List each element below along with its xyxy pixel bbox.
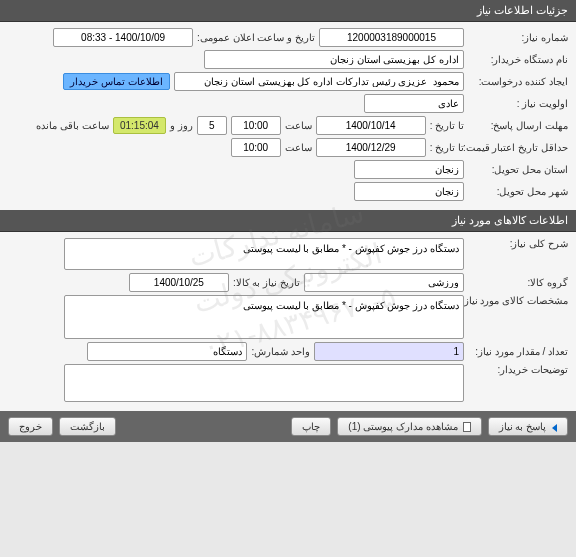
requester-label: ایجاد کننده درخواست:	[468, 76, 568, 87]
time-label-2: ساعت	[285, 142, 312, 153]
document-icon	[463, 422, 471, 432]
buyer-notes-label: توضیحات خریدار:	[468, 364, 568, 375]
priority-label: اولویت نیاز :	[468, 98, 568, 109]
validity-time-field[interactable]	[231, 138, 281, 157]
section-header-need-info: جزئیات اطلاعات نیاز	[0, 0, 576, 22]
arrow-left-icon	[552, 424, 557, 432]
section-header-goods-info: اطلاعات کالاهای مورد نیاز	[0, 210, 576, 232]
respond-button-label: پاسخ به نیاز	[499, 421, 547, 432]
print-button[interactable]: چاپ	[291, 417, 331, 436]
requester-field[interactable]	[174, 72, 464, 91]
group-field[interactable]	[304, 273, 464, 292]
desc-label: شرح کلی نیاز:	[468, 238, 568, 249]
respond-button[interactable]: پاسخ به نیاز	[488, 417, 568, 436]
time-label-1: ساعت	[285, 120, 312, 131]
button-bar: پاسخ به نیاز مشاهده مدارک پیوستی (1) چاپ…	[0, 411, 576, 442]
buyer-label: نام دستگاه خریدار:	[468, 54, 568, 65]
announce-date-field[interactable]	[53, 28, 193, 47]
to-date-label-2: تا تاریخ :	[430, 142, 464, 153]
qty-field[interactable]	[314, 342, 464, 361]
goods-info-form: شرح کلی نیاز: گروه کالا: تاریخ نیاز به ک…	[0, 232, 576, 411]
province-field[interactable]	[354, 160, 464, 179]
remaining-time-badge: 01:15:04	[113, 117, 166, 134]
qty-label: تعداد / مقدار مورد نیاز:	[468, 346, 568, 357]
announce-date-label: تاریخ و ساعت اعلان عمومی:	[197, 32, 315, 43]
need-number-field[interactable]	[319, 28, 464, 47]
remaining-label: ساعت باقی مانده	[36, 120, 109, 131]
buyer-contact-badge[interactable]: اطلاعات تماس خریدار	[63, 73, 170, 90]
back-button[interactable]: بازگشت	[59, 417, 116, 436]
days-field[interactable]	[197, 116, 227, 135]
days-and-label: روز و	[170, 120, 193, 131]
need-date-label: تاریخ نیاز به کالا:	[233, 277, 300, 288]
exit-button[interactable]: خروج	[8, 417, 53, 436]
buyer-notes-field[interactable]	[64, 364, 464, 402]
group-label: گروه کالا:	[468, 277, 568, 288]
need-date-field[interactable]	[129, 273, 229, 292]
need-info-form: شماره نیاز: تاریخ و ساعت اعلان عمومی: نا…	[0, 22, 576, 210]
unit-label: واحد شمارش:	[251, 346, 310, 357]
buyer-field[interactable]	[204, 50, 464, 69]
deadline-label: مهلت ارسال پاسخ:	[468, 120, 568, 131]
unit-field[interactable]	[87, 342, 247, 361]
need-number-label: شماره نیاز:	[468, 32, 568, 43]
desc-field[interactable]	[64, 238, 464, 270]
attachments-button[interactable]: مشاهده مدارک پیوستی (1)	[337, 417, 481, 436]
validity-label: حداقل تاریخ اعتبار قیمت:	[468, 142, 568, 153]
province-label: استان محل تحویل:	[468, 164, 568, 175]
deadline-date-field[interactable]	[316, 116, 426, 135]
city-field[interactable]	[354, 182, 464, 201]
to-date-label-1: تا تاریخ :	[430, 120, 464, 131]
validity-date-field[interactable]	[316, 138, 426, 157]
priority-field[interactable]	[364, 94, 464, 113]
deadline-time-field[interactable]	[231, 116, 281, 135]
spec-field[interactable]	[64, 295, 464, 339]
attachments-button-label: مشاهده مدارک پیوستی (1)	[348, 421, 458, 432]
spec-label: مشخصات کالای مورد نیاز:	[468, 295, 568, 306]
city-label: شهر محل تحویل:	[468, 186, 568, 197]
